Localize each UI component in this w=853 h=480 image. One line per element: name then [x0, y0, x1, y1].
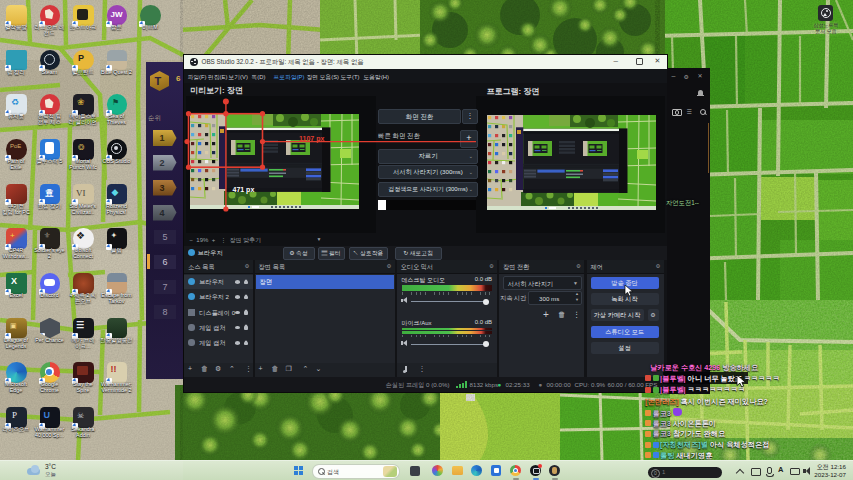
svg-text:471 px: 471 px — [232, 186, 254, 194]
svg-text:1107 px: 1107 px — [299, 135, 324, 143]
